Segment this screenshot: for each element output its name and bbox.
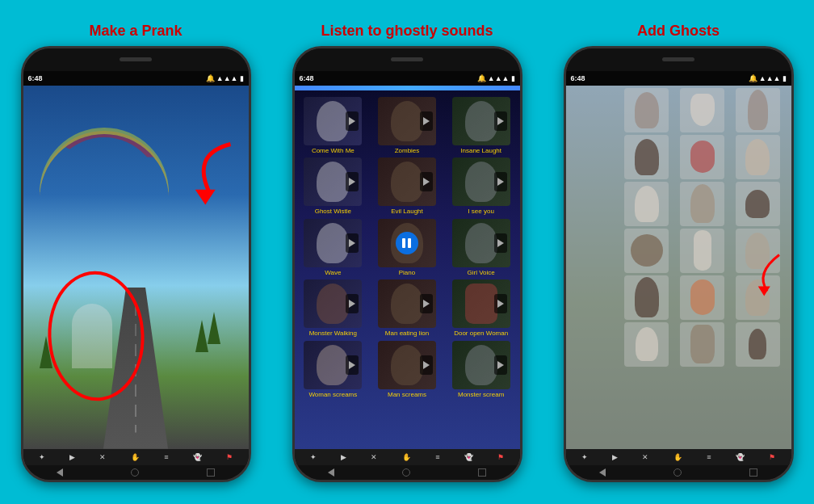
home-button-s[interactable] [402, 468, 410, 477]
ghost-item-9[interactable] [736, 182, 780, 226]
ghost-item-18[interactable] [736, 322, 780, 367]
sound-item-wave[interactable]: Wave [298, 219, 369, 277]
sound-item-evil-laught[interactable]: Evil Laught [371, 158, 443, 216]
play-nav-icon[interactable]: ▶ [69, 453, 75, 461]
play-overlay-maneating[interactable] [420, 294, 433, 313]
ghost-item-10[interactable] [624, 229, 669, 273]
ghost-item-11[interactable] [680, 229, 724, 273]
flag-nav-icon-s[interactable]: ⚑ [497, 453, 504, 461]
hand-nav-icon-g[interactable]: ✋ [673, 453, 682, 461]
ghost-item-2[interactable] [680, 88, 724, 132]
flag-nav-icon[interactable]: ⚑ [226, 453, 233, 461]
ghost-item-1[interactable] [624, 88, 669, 132]
home-button-g[interactable] [673, 468, 682, 477]
ghost-item-17[interactable] [680, 322, 724, 367]
back-button-s[interactable] [328, 468, 334, 477]
ghost-sil-11 [694, 230, 711, 271]
menu-nav-icon[interactable]: ≡ [164, 453, 168, 461]
sound-thumb-evil[interactable] [378, 158, 436, 206]
sound-item-piano[interactable]: Piano [371, 219, 443, 277]
back-button[interactable] [57, 468, 63, 477]
menu-nav-icon-s[interactable]: ≡ [435, 453, 439, 461]
ghost-item-14[interactable] [680, 275, 724, 320]
sound-label-man-screams: Man screams [388, 391, 426, 399]
ghost-item-16[interactable] [624, 322, 669, 367]
sound-item-man-screams[interactable]: Man screams [371, 341, 443, 399]
sound-item-zombies[interactable]: Zombies [371, 97, 443, 155]
sound-item-monster-walking[interactable]: Monster Walking [298, 279, 369, 338]
flag-nav-icon-g[interactable]: ⚑ [769, 453, 775, 461]
ghost-item-3[interactable] [736, 88, 780, 132]
recents-button-s[interactable] [478, 468, 486, 477]
sound-label-zombies: Zombies [395, 147, 420, 155]
ghost-nav-icon-s[interactable]: 👻 [464, 453, 473, 461]
notif-icon-s: 🔔 [477, 74, 486, 82]
play-overlay-door[interactable] [494, 294, 507, 313]
sounds-background: Come With Me Zombies [295, 86, 520, 449]
home-button[interactable] [131, 468, 139, 477]
sound-item-i-see-you[interactable]: I see you [446, 158, 517, 216]
play-overlay-evil[interactable] [420, 172, 433, 191]
sound-item-insane[interactable]: Insane Laught [446, 97, 517, 155]
play-overlay-wscreams[interactable] [346, 355, 359, 375]
sound-item-ghost-wistle[interactable]: Ghost Wistle [298, 158, 369, 216]
nav-icons-row-prank: ✦ ▶ ✕ ✋ ≡ 👻 ⚑ [23, 449, 249, 465]
sound-item-girl-voice[interactable]: Girl Voice [446, 219, 517, 277]
sound-thumb-iseeyou[interactable] [452, 158, 510, 206]
play-overlay-girl[interactable] [494, 233, 507, 253]
hand-nav-icon-s[interactable]: ✋ [402, 453, 411, 461]
ghost-item-4[interactable] [624, 135, 669, 179]
play-overlay-come[interactable] [346, 111, 359, 131]
play-overlay-monster[interactable] [346, 294, 359, 313]
sound-thumb-mscreams[interactable] [378, 341, 436, 389]
sound-thumb-ghost-wistle[interactable] [304, 158, 362, 206]
sound-thumb-insane[interactable] [452, 97, 510, 145]
cursor-nav-icon[interactable]: ✦ [39, 453, 45, 461]
sound-item-door-woman[interactable]: Door open Woman [446, 279, 517, 338]
cursor-nav-icon-g[interactable]: ✦ [581, 453, 588, 461]
ghost-item-7[interactable] [624, 182, 669, 226]
sound-item-monster-scream[interactable]: Monster scream [446, 341, 517, 399]
play-overlay-wistle[interactable] [346, 172, 359, 191]
sound-thumb-door[interactable] [452, 279, 510, 328]
phone-top-speaker [23, 48, 249, 71]
play-overlay-insane[interactable] [494, 111, 507, 131]
recents-button-g[interactable] [749, 468, 757, 477]
sound-thumb-come-with-me[interactable] [304, 97, 362, 145]
play-overlay-monstscream[interactable] [494, 355, 507, 375]
sound-thumb-wscreams[interactable] [304, 341, 362, 389]
ghost-item-8[interactable] [680, 182, 724, 226]
play-nav-icon-g[interactable]: ▶ [612, 453, 618, 461]
sound-item-come-with-me[interactable]: Come With Me [298, 97, 369, 155]
play-nav-icon-s[interactable]: ▶ [341, 453, 346, 461]
play-overlay-mscreams[interactable] [420, 355, 433, 375]
wrench-nav-icon-s[interactable]: ✕ [371, 453, 377, 461]
sound-thumb-monster[interactable] [304, 279, 362, 328]
ghost-item-5[interactable] [680, 135, 724, 179]
play-overlay-wave[interactable] [346, 233, 359, 253]
play-overlay-zombies[interactable] [420, 111, 433, 131]
ghost-item-6[interactable] [736, 135, 780, 179]
sound-thumb-zombies[interactable] [378, 97, 436, 145]
sound-item-man-eating[interactable]: Man eating lion [371, 279, 443, 338]
sound-label-girl: Girl Voice [468, 269, 495, 277]
wrench-nav-icon[interactable]: ✕ [99, 453, 106, 461]
ghost-nav-icon-g[interactable]: 👻 [736, 453, 745, 461]
hand-nav-icon[interactable]: ✋ [131, 453, 140, 461]
ghost-item-13[interactable] [624, 275, 669, 320]
sound-thumb-wave[interactable] [304, 219, 362, 267]
play-overlay-iseeyou[interactable] [494, 172, 507, 191]
ghost-nav-icon[interactable]: 👻 [193, 453, 202, 461]
sound-thumb-man-eating[interactable] [378, 279, 436, 328]
sound-thumb-monstscream[interactable] [452, 341, 510, 389]
menu-nav-icon-g[interactable]: ≡ [707, 453, 711, 461]
pause-overlay-piano[interactable] [396, 232, 418, 254]
sound-thumb-girl[interactable] [452, 219, 510, 267]
sound-label-come: Come With Me [312, 147, 355, 155]
sound-item-woman-screams[interactable]: Woman screams [298, 341, 369, 399]
wrench-nav-icon-g[interactable]: ✕ [642, 453, 648, 461]
back-button-g[interactable] [599, 468, 606, 477]
cursor-nav-icon-s[interactable]: ✦ [310, 453, 317, 461]
recents-button[interactable] [207, 468, 215, 477]
sound-thumb-piano[interactable] [378, 219, 436, 267]
